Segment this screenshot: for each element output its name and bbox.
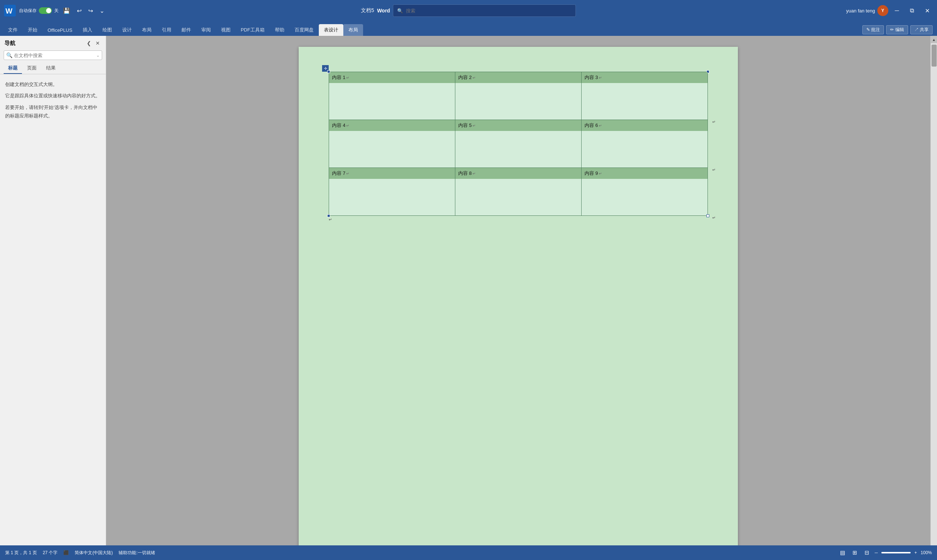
table-row: 内容 4↵ 内容 5↵ 内容 6↵ bbox=[329, 120, 708, 168]
cell-3-label: 内容 3 bbox=[584, 74, 598, 81]
tab-draw[interactable]: 绘图 bbox=[97, 24, 117, 36]
row-1-end-marker: ↵ bbox=[712, 120, 715, 125]
undo-button[interactable]: ↩ bbox=[75, 6, 84, 16]
cell-1-body bbox=[329, 83, 455, 120]
share-label: 共享 bbox=[920, 27, 929, 32]
comment-label: 批注 bbox=[871, 27, 880, 32]
view-web-button[interactable]: ⊟ bbox=[863, 549, 871, 557]
view-print-button[interactable]: ▤ bbox=[838, 549, 847, 557]
cell-6-header: 内容 6↵ bbox=[582, 120, 707, 131]
sidebar-collapse-button[interactable]: ❮ bbox=[85, 40, 92, 47]
cell-2-label: 内容 2 bbox=[458, 74, 472, 81]
sidebar-search-icon: 🔍 bbox=[6, 52, 12, 58]
table-cell-3[interactable]: 内容 3↵ ↵ bbox=[582, 72, 708, 120]
tab-officeplus[interactable]: OfficePLUS bbox=[42, 24, 78, 36]
tab-review[interactable]: 审阅 bbox=[196, 24, 216, 36]
save-button[interactable]: 💾 bbox=[61, 6, 72, 16]
sidebar-close-button[interactable]: ✕ bbox=[94, 40, 102, 47]
zoom-minus-button[interactable]: ─ bbox=[875, 550, 878, 555]
restore-button[interactable]: ⧉ bbox=[906, 5, 919, 16]
ribbon-tabs: 文件 开始 OfficePLUS 插入 绘图 设计 布局 引用 邮件 审阅 视图… bbox=[0, 21, 937, 36]
sidebar-tab-results[interactable]: 结果 bbox=[42, 63, 60, 74]
search-input[interactable] bbox=[406, 8, 572, 14]
share-button[interactable]: ↗ 共享 bbox=[910, 25, 932, 34]
sidebar-tab-headings[interactable]: 标题 bbox=[4, 63, 22, 74]
table-cell-5[interactable]: 内容 5↵ bbox=[455, 120, 582, 168]
tab-mail[interactable]: 邮件 bbox=[176, 24, 196, 36]
table-end-marker: ↵ bbox=[329, 217, 332, 222]
app-name: Word bbox=[377, 8, 390, 14]
row-3-end-marker: ↵ bbox=[712, 215, 715, 220]
minimize-button[interactable]: ─ bbox=[891, 5, 903, 16]
cell-4-body bbox=[329, 131, 455, 168]
tab-baidu[interactable]: 百度网盘 bbox=[290, 24, 319, 36]
selection-handle-bottom-resize[interactable] bbox=[706, 214, 709, 217]
title-bar-right: yuan fan teng Y ─ ⧉ ✕ bbox=[846, 5, 934, 17]
view-layout-button[interactable]: ⊞ bbox=[851, 549, 859, 557]
cell-3-body bbox=[582, 83, 707, 120]
cell-6-marker: ↵ bbox=[599, 124, 602, 128]
table-cell-9[interactable]: 内容 9↵ ↵ bbox=[582, 168, 708, 216]
comment-button[interactable]: ✎ 批注 bbox=[862, 25, 884, 34]
document-page: ✛ 内容 1↵ bbox=[299, 47, 738, 545]
cell-5-label: 内容 5 bbox=[458, 122, 472, 129]
doc-name: 文档5 bbox=[361, 7, 374, 14]
edit-button[interactable]: ✏ 编辑 bbox=[886, 25, 908, 34]
main-layout: 导航 ❮ ✕ 🔍 ⌄ 标题 页面 结果 创建文档的交互式大纲。 它是跟踪具体位置… bbox=[0, 36, 937, 545]
svg-text:W: W bbox=[6, 7, 12, 15]
cell-9-label: 内容 9 bbox=[584, 170, 598, 177]
sidebar-hint-line2: 它是跟踪具体位置或快速移动内容的好方式。 bbox=[5, 91, 101, 100]
scroll-thumb[interactable] bbox=[931, 45, 937, 66]
cell-7-marker: ↵ bbox=[346, 172, 349, 175]
scroll-up-button[interactable]: ▲ bbox=[931, 36, 937, 43]
table-cell-2[interactable]: 内容 2↵ bbox=[455, 72, 582, 120]
table-cell-8[interactable]: 内容 8↵ bbox=[455, 168, 582, 216]
table-cell-1[interactable]: 内容 1↵ bbox=[329, 72, 455, 120]
sidebar-search-input[interactable] bbox=[14, 53, 96, 58]
search-box[interactable]: 🔍 bbox=[393, 5, 576, 17]
sidebar-content: 创建文档的交互式大纲。 它是跟踪具体位置或快速移动内容的好方式。 若要开始，请转… bbox=[0, 74, 106, 129]
selection-handle-bottomleft[interactable] bbox=[327, 214, 330, 217]
tab-references[interactable]: 引用 bbox=[157, 24, 176, 36]
sidebar-tab-pages[interactable]: 页面 bbox=[23, 63, 41, 74]
tab-insert[interactable]: 插入 bbox=[78, 24, 97, 36]
table-cell-7[interactable]: 内容 7↵ bbox=[329, 168, 455, 216]
edit-label: 编辑 bbox=[895, 27, 904, 32]
doc-table: 内容 1↵ 内容 2↵ 内容 3↵ bbox=[329, 72, 708, 216]
comment-icon: ✎ bbox=[866, 27, 870, 32]
word-logo: W bbox=[3, 4, 17, 18]
status-bar-right: ▤ ⊞ ⊟ ─ + 100% bbox=[838, 549, 932, 557]
tab-tablelayout[interactable]: 布局 bbox=[343, 24, 363, 36]
cell-2-header: 内容 2↵ bbox=[455, 72, 581, 83]
language[interactable]: 简体中文(中国大陆) bbox=[75, 550, 113, 556]
tab-help[interactable]: 帮助 bbox=[270, 24, 290, 36]
document-area[interactable]: ✛ 内容 1↵ bbox=[106, 36, 931, 545]
tab-view[interactable]: 视图 bbox=[216, 24, 236, 36]
sidebar-tabs: 标题 页面 结果 bbox=[0, 62, 106, 74]
tab-layout[interactable]: 布局 bbox=[137, 24, 157, 36]
table-cell-6[interactable]: 内容 6↵ ↵ bbox=[582, 120, 708, 168]
title-bar-left: W 自动保存 关 💾 ↩ ↪ ⌄ bbox=[3, 4, 106, 18]
macro-icon[interactable]: ⬛ bbox=[63, 550, 69, 555]
customize-button[interactable]: ⌄ bbox=[97, 6, 106, 16]
share-icon: ↗ bbox=[914, 27, 919, 32]
accessibility[interactable]: 辅助功能:一切就绪 bbox=[119, 550, 155, 556]
tab-file[interactable]: 文件 bbox=[3, 24, 23, 36]
tab-tabledesign[interactable]: 表设计 bbox=[319, 24, 343, 36]
redo-button[interactable]: ↪ bbox=[86, 6, 95, 16]
zoom-slider[interactable] bbox=[882, 552, 911, 554]
word-count: 27 个字 bbox=[43, 550, 58, 556]
cell-1-label: 内容 1 bbox=[332, 74, 345, 81]
close-button[interactable]: ✕ bbox=[920, 5, 934, 17]
zoom-plus-button[interactable]: + bbox=[914, 550, 917, 555]
scrollbar-vertical[interactable]: ▲ bbox=[931, 36, 937, 545]
tab-design[interactable]: 设计 bbox=[117, 24, 137, 36]
cell-8-header: 内容 8↵ bbox=[455, 168, 581, 179]
table-cell-4[interactable]: 内容 4↵ bbox=[329, 120, 455, 168]
sidebar-header: 导航 ❮ ✕ bbox=[0, 36, 106, 49]
sidebar-search-box[interactable]: 🔍 ⌄ bbox=[4, 51, 102, 60]
tab-start[interactable]: 开始 bbox=[23, 24, 42, 36]
tab-pdf[interactable]: PDF工具箱 bbox=[236, 24, 270, 36]
autosave-toggle[interactable] bbox=[39, 7, 52, 14]
selection-handle-topleft[interactable] bbox=[327, 70, 330, 73]
